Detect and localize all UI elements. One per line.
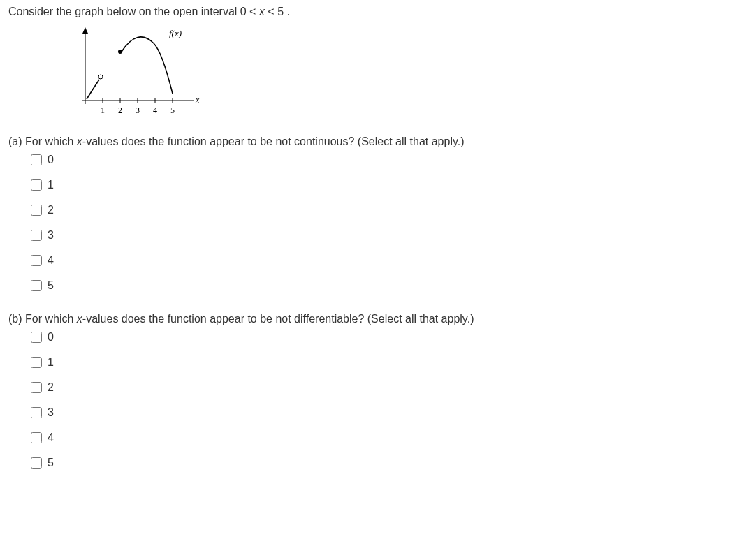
- intro-text: Consider the graph below on the open int…: [8, 6, 722, 18]
- intro-suffix: < 5 .: [265, 6, 290, 17]
- option-a-5-row: 5: [28, 278, 722, 293]
- option-a-0-label: 0: [48, 154, 54, 166]
- svg-point-8: [98, 75, 103, 79]
- question-b-text: (b) For which x-values does the function…: [8, 313, 722, 325]
- tick-2: 2: [118, 105, 122, 115]
- option-b-1-label: 1: [48, 356, 54, 369]
- option-b-5-label: 5: [48, 457, 54, 469]
- checkbox-b-1[interactable]: [31, 357, 42, 368]
- function-graph: 1 2 3 4 5 x f(x): [71, 24, 211, 121]
- option-a-5-label: 5: [48, 279, 54, 292]
- tick-5: 5: [170, 105, 175, 115]
- option-b-2-row: 2: [28, 380, 722, 395]
- option-a-3-row: 3: [28, 228, 722, 243]
- option-a-0-row: 0: [28, 152, 722, 168]
- checkbox-b-5[interactable]: [31, 457, 42, 469]
- option-a-1-label: 1: [48, 179, 54, 191]
- option-b-3-row: 3: [28, 405, 722, 420]
- option-b-5-row: 5: [28, 455, 722, 471]
- checkbox-b-0[interactable]: [31, 332, 42, 343]
- option-b-4-row: 4: [28, 430, 722, 445]
- qb-var: x: [77, 313, 82, 325]
- graph-container: 1 2 3 4 5 x f(x): [71, 24, 722, 121]
- question-a: (a) For which x-values does the function…: [8, 135, 722, 293]
- options-b: 1 2 3 4 5: [28, 355, 722, 471]
- checkbox-b-3[interactable]: [31, 407, 42, 418]
- option-b-3-label: 3: [48, 406, 54, 419]
- svg-point-9: [118, 50, 122, 54]
- checkbox-b-4[interactable]: [31, 432, 42, 443]
- options-a: 1 2 3 4 5: [28, 177, 722, 293]
- qb-suffix: -values does the function appear to be n…: [82, 313, 474, 325]
- option-b-0-label: 0: [48, 331, 54, 344]
- option-b-4-label: 4: [48, 432, 54, 444]
- checkbox-a-2[interactable]: [31, 205, 42, 216]
- option-a-4-label: 4: [48, 254, 54, 267]
- option-b-1-row: 1: [28, 355, 722, 370]
- question-b: (b) For which x-values does the function…: [8, 313, 722, 471]
- checkbox-a-5[interactable]: [31, 280, 42, 291]
- option-b-2-label: 2: [48, 381, 54, 394]
- checkbox-a-1[interactable]: [31, 179, 42, 191]
- intro-prefix: Consider the graph below on the open int…: [8, 6, 259, 17]
- option-a-2-label: 2: [48, 204, 54, 216]
- tick-1: 1: [101, 105, 105, 115]
- svg-marker-1: [82, 27, 88, 34]
- checkbox-a-0[interactable]: [31, 154, 42, 165]
- tick-4: 4: [153, 105, 157, 115]
- question-a-text: (a) For which x-values does the function…: [8, 135, 722, 148]
- x-axis-label: x: [195, 95, 200, 105]
- option-a-4-row: 4: [28, 253, 722, 268]
- option-b-0-row: 0: [28, 330, 722, 345]
- option-a-3-label: 3: [48, 229, 54, 242]
- qb-prefix: (b) For which: [8, 313, 77, 325]
- qa-var: x: [77, 135, 82, 147]
- checkbox-b-2[interactable]: [31, 382, 42, 393]
- checkbox-a-3[interactable]: [31, 230, 42, 241]
- qa-prefix: (a) For which: [8, 135, 77, 147]
- qa-suffix: -values does the function appear to be n…: [82, 135, 465, 147]
- option-a-1-row: 1: [28, 177, 722, 193]
- option-a-2-row: 2: [28, 202, 722, 218]
- tick-3: 3: [136, 105, 140, 115]
- intro-var: x: [259, 6, 265, 17]
- checkbox-a-4[interactable]: [31, 255, 42, 266]
- fx-label: f(x): [169, 28, 182, 38]
